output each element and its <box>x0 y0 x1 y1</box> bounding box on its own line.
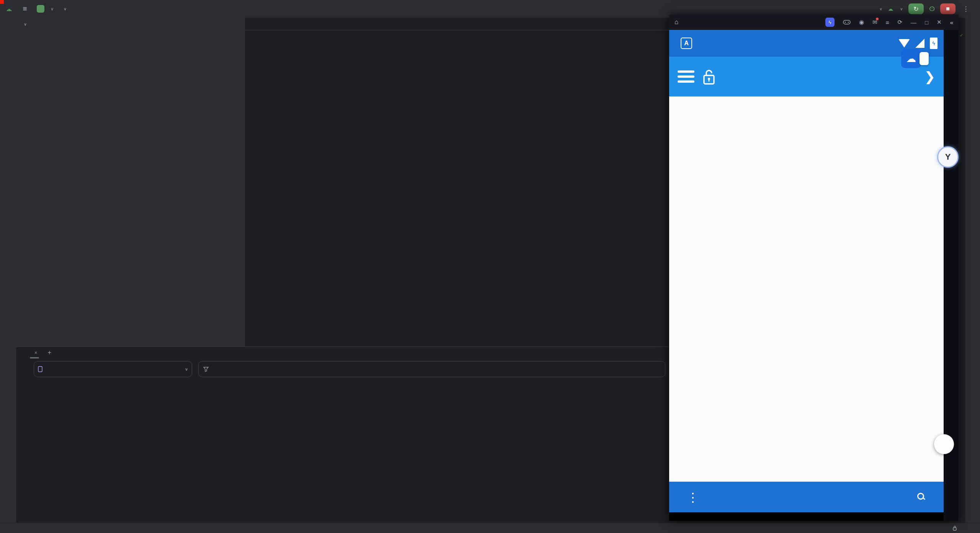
home-icon: ⌂ <box>675 18 678 26</box>
annotation-box-filesize <box>0 0 4 4</box>
android-studio-logo-icon <box>5 6 13 12</box>
project-badge <box>37 5 44 13</box>
battery-charging-icon: ϟ <box>930 38 938 49</box>
phone-nav-strip <box>669 512 944 521</box>
phone-screen: A ϟ ❯︎ ⋮ <box>669 30 944 521</box>
filter-icon <box>203 366 209 372</box>
cloud-upload-icon: ☁ <box>901 49 921 68</box>
collapse-sidebar-icon[interactable]: « <box>950 19 953 26</box>
drawer-menu-icon[interactable] <box>678 70 694 83</box>
chevron-down-icon: ∨ <box>879 7 882 11</box>
assistant-floating-ball[interactable]: Y <box>937 146 959 168</box>
main-menu-icon[interactable]: ≡ <box>20 5 30 13</box>
file-list <box>669 96 944 512</box>
file-manager-bottom-bar: ⋮ <box>669 482 944 512</box>
close-icon[interactable]: ✕ <box>34 350 38 355</box>
project-tool-window: ∨ <box>16 18 245 347</box>
debug-button[interactable]: ⵙ︎ <box>929 5 935 13</box>
upload-drop-hint: ☁ <box>901 49 929 68</box>
status-bar <box>0 523 980 533</box>
minimize-icon[interactable]: — <box>911 19 916 26</box>
logcat-tab[interactable]: ✕ <box>30 347 39 358</box>
right-tool-strip <box>965 18 980 523</box>
chevron-down-icon: ∨ <box>51 7 54 11</box>
chevron-down-icon: ∨ <box>185 367 188 372</box>
left-tool-strip <box>0 18 16 523</box>
inspections-ok-icon: ✓ <box>960 33 963 38</box>
record-icon[interactable]: ◉ <box>859 19 864 26</box>
search-icon[interactable] <box>917 492 924 500</box>
menu-icon[interactable]: ≡ <box>886 19 889 26</box>
device-selector[interactable]: ∨ <box>876 7 882 11</box>
project-selector[interactable]: ∨ <box>37 5 54 13</box>
overflow-menu-icon[interactable]: ⋮ <box>687 490 699 505</box>
editor-tab-bar <box>245 18 669 30</box>
lock-icon[interactable] <box>952 525 957 531</box>
chevron-down-icon: ∨ <box>24 22 27 27</box>
emulator-home-tab[interactable]: ⌂ <box>669 15 687 30</box>
emulator-tab-bar: ⌂ ϟ ◉ ✉ ≡ ⟳ — □ ✕ « <box>669 15 959 30</box>
chevron-down-icon: ∨ <box>64 7 67 11</box>
android-head-icon <box>888 7 894 11</box>
screen: ≡ ∨ ∨ ∨ ∨ ↻ ⵙ︎ ■ ⋮ <box>0 0 980 533</box>
emulator-mirror-window: ⌂ ϟ ◉ ✉ ≡ ⟳ — □ ✕ « A <box>669 15 959 521</box>
logcat-filter-input[interactable] <box>198 361 665 377</box>
wifi-icon <box>898 39 910 47</box>
floating-ball[interactable] <box>934 434 954 454</box>
more-actions-icon[interactable]: ⋮ <box>961 5 971 13</box>
breadcrumb-scroll-icon[interactable]: ❯︎ <box>924 69 936 84</box>
logcat-panel: ✕ + ∨ <box>16 347 669 523</box>
titlebar-actions: ∨ ∨ ↻ ⵙ︎ ■ ⋮ <box>876 3 980 14</box>
vcs-selector[interactable]: ∨ <box>60 7 67 11</box>
messages-icon[interactable]: ✉ <box>872 19 877 26</box>
sticky-lines-panel <box>245 30 669 30</box>
chevron-down-icon: ∨ <box>900 7 903 11</box>
run-config-selector[interactable]: ∨ <box>888 7 903 11</box>
editor-error-stripe[interactable]: ✓ <box>959 30 965 523</box>
unlock-icon[interactable] <box>701 68 717 85</box>
add-tab-icon[interactable]: + <box>47 349 51 356</box>
signal-icon <box>915 39 924 48</box>
gamepad-icon[interactable] <box>843 20 851 25</box>
ime-badge-icon: A <box>681 38 692 49</box>
rerun-button[interactable]: ↻ <box>908 3 924 14</box>
project-view-header[interactable]: ∨ <box>16 18 245 31</box>
close-icon[interactable]: ✕ <box>937 19 942 26</box>
device-icon <box>38 366 42 372</box>
maximize-icon[interactable]: □ <box>925 19 928 26</box>
boost-icon[interactable]: ϟ <box>825 18 835 27</box>
stop-button[interactable]: ■ <box>940 3 956 14</box>
logcat-device-selector[interactable]: ∨ <box>34 361 192 377</box>
rotate-icon[interactable]: ⟳ <box>897 19 902 26</box>
